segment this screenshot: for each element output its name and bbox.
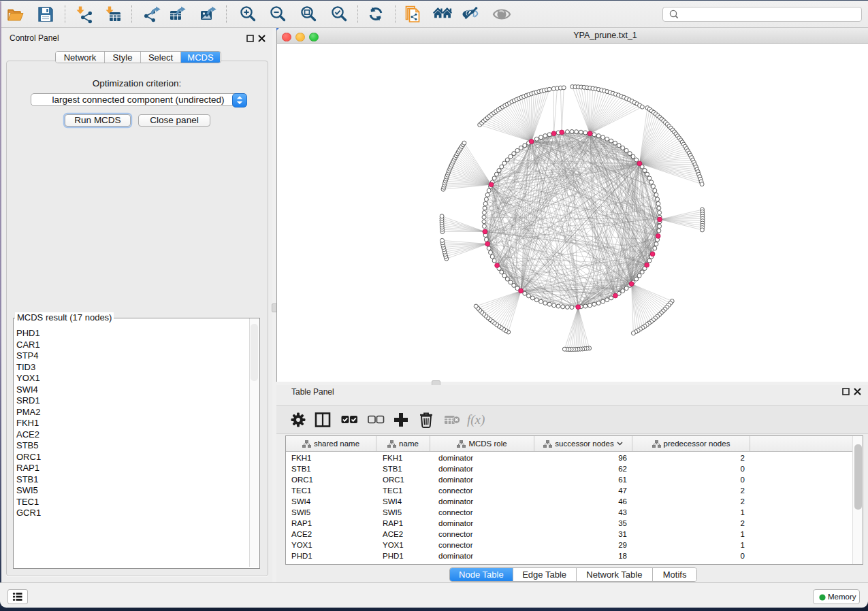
svg-text:f(x): f(x) [467, 412, 485, 427]
